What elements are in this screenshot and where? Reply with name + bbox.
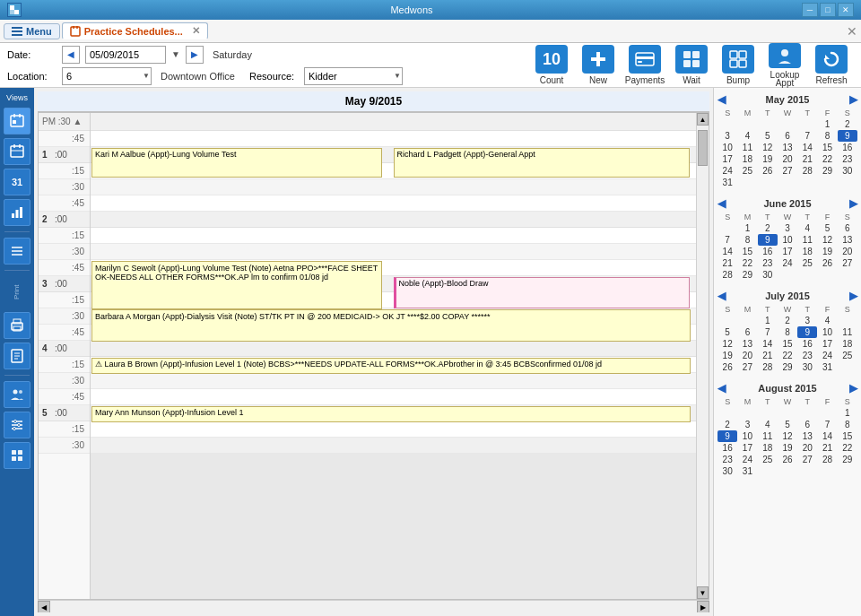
date-prev-button[interactable]: ◀ [62,46,80,64]
aug-cell[interactable]: 19 [778,442,797,454]
may-cell[interactable]: 7 [797,130,817,142]
may-cell[interactable] [758,118,778,130]
may-next-button[interactable]: ▶ [849,93,857,106]
menu-button[interactable]: Menu [4,23,60,39]
date-next-button[interactable]: ▶ [186,46,204,64]
may-cell[interactable]: 8 [817,130,837,142]
june-cell[interactable]: 22 [737,257,757,269]
july-cell[interactable]: 17 [817,338,837,350]
june-cell[interactable]: 8 [737,234,757,246]
aug-cell[interactable]: 28 [817,454,837,465]
resource-dropdown-icon[interactable]: ▼ [394,72,401,80]
july-cell[interactable]: 22 [778,350,797,361]
scroll-down-button[interactable]: ▼ [697,586,709,599]
aug-cell[interactable]: 25 [758,454,778,465]
sidebar-report-icon[interactable] [4,343,30,369]
aug-cell[interactable]: 14 [817,430,837,442]
july-cell[interactable]: 24 [817,350,837,361]
aug-cell-9[interactable]: 9 [718,430,737,442]
may-cell[interactable]: 12 [758,142,778,153]
resource-input[interactable] [304,67,403,85]
july-next-button[interactable]: ▶ [849,290,857,302]
aug-cell[interactable]: 7 [817,419,837,430]
june-cell[interactable]: 3 [778,222,797,234]
date-input[interactable] [85,46,166,64]
may-cell[interactable]: 11 [737,142,757,153]
may-cell[interactable]: 6 [778,130,797,142]
june-cell[interactable]: 24 [778,257,797,269]
july-cell[interactable]: 27 [737,361,757,373]
june-cell[interactable]: 4 [797,222,817,234]
aug-cell[interactable]: 6 [797,419,817,430]
practice-schedules-tab[interactable]: Practice Schedules... ✕ [62,22,208,39]
july-cell[interactable]: 13 [737,338,757,350]
july-cell[interactable]: 4 [817,315,837,326]
june-cell[interactable]: 27 [838,257,857,269]
may-cell[interactable]: 18 [737,153,757,165]
appointment-marilyn-sewolt[interactable]: Marilyn C Sewolt (Appt)-Lung Volume Test… [91,261,382,309]
lookup-button[interactable]: Lookup Appt [762,43,807,88]
july-cell[interactable]: 5 [718,326,737,338]
june-cell[interactable]: 20 [838,246,857,257]
july-cell[interactable]: 19 [718,350,737,361]
july-cell[interactable]: 11 [838,326,857,338]
june-cell[interactable]: 23 [758,257,778,269]
aug-cell[interactable]: 3 [737,419,757,430]
may-cell[interactable]: 4 [737,130,757,142]
appointment-barbara-morgan[interactable]: Barbara A Morgan (Appt)-Dialysis Visit (… [91,309,691,342]
scroll-up-button[interactable]: ▲ [697,113,709,126]
appointment-noble[interactable]: Noble (Appt)-Blood Draw [394,277,691,308]
aug-cell[interactable]: 5 [778,419,797,430]
may-cell[interactable]: 5 [758,130,778,142]
aug-cell[interactable]: 27 [797,454,817,465]
may-cell[interactable]: 30 [838,165,857,177]
sidebar-settings-icon[interactable] [4,412,30,438]
aug-cell[interactable]: 13 [797,430,817,442]
close-button[interactable]: ✕ [838,3,854,17]
may-cell[interactable]: 22 [817,153,837,165]
minimize-button[interactable]: ─ [802,3,818,17]
appointment-kari-aalbue[interactable]: Kari M Aalbue (Appt)-Lung Volume Test [91,148,382,178]
aug-cell[interactable]: 31 [737,465,757,477]
may-cell[interactable]: 16 [838,142,857,153]
bump-button[interactable]: Bump [716,43,761,88]
june-cell[interactable]: 1 [737,222,757,234]
july-cell[interactable]: 30 [797,361,817,373]
june-cell[interactable]: 18 [797,246,817,257]
may-cell[interactable] [718,118,737,130]
may-cell[interactable]: 10 [718,142,737,153]
june-cell[interactable]: 15 [737,246,757,257]
sidebar-grid-icon[interactable] [4,442,30,469]
july-cell[interactable]: 20 [737,350,757,361]
july-cell[interactable]: 15 [778,338,797,350]
june-cell[interactable]: 14 [718,246,737,257]
may-cell[interactable] [778,118,797,130]
may-cell[interactable]: 27 [778,165,797,177]
sidebar-calendar-day-icon[interactable] [4,108,30,134]
date-dropdown-arrow[interactable]: ▼ [171,49,180,59]
may-cell[interactable]: 2 [838,118,857,130]
close-all-button[interactable]: ✕ [847,24,857,39]
aug-cell[interactable]: 20 [797,442,817,454]
july-cell[interactable]: 8 [778,326,797,338]
may-cell[interactable]: 14 [797,142,817,153]
aug-cell[interactable]: 15 [838,430,857,442]
aug-cell[interactable]: 26 [778,454,797,465]
may-prev-button[interactable]: ◀ [718,93,726,106]
may-cell[interactable]: 21 [797,153,817,165]
sidebar-calendar-month-icon[interactable]: 31 [4,169,30,195]
july-cell[interactable]: 25 [838,350,857,361]
aug-cell[interactable]: 2 [718,419,737,430]
july-cell[interactable]: 18 [838,338,857,350]
june-cell[interactable]: 25 [797,257,817,269]
aug-cell[interactable]: 18 [758,442,778,454]
may-cell[interactable]: 17 [718,153,737,165]
may-cell[interactable] [737,118,757,130]
june-cell[interactable]: 29 [737,269,757,281]
july-cell[interactable]: 1 [758,315,778,326]
june-cell[interactable]: 21 [718,257,737,269]
aug-cell[interactable]: 16 [718,442,737,454]
refresh-button[interactable]: Refresh [809,43,854,88]
june-cell[interactable]: 6 [838,222,857,234]
aug-cell[interactable]: 11 [758,430,778,442]
